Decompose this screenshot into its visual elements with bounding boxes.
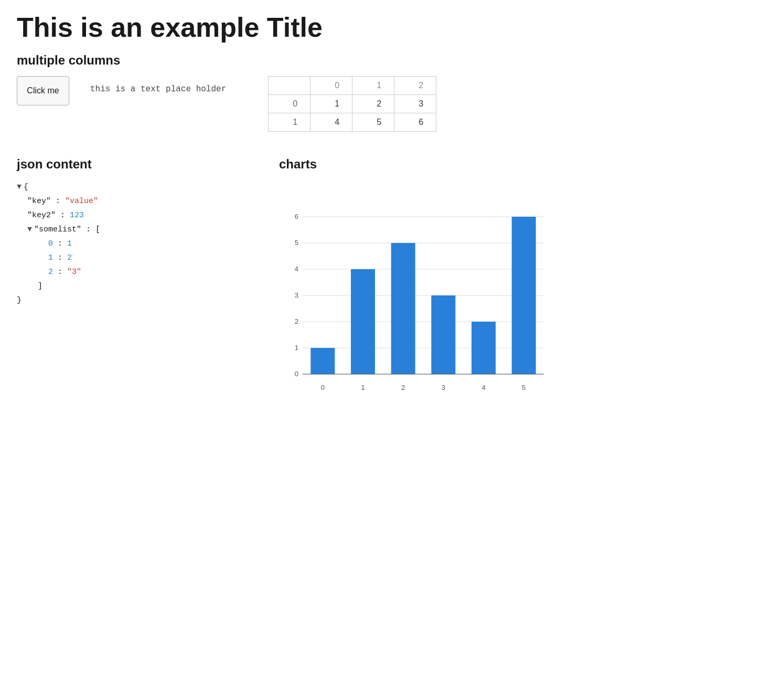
json-section-title: json content xyxy=(17,157,248,172)
svg-text:5: 5 xyxy=(522,384,526,391)
svg-rect-17 xyxy=(431,295,455,374)
svg-text:1: 1 xyxy=(295,344,298,352)
svg-text:2: 2 xyxy=(295,317,298,325)
json-toggle-somelist[interactable]: ▼ xyxy=(27,222,32,237)
svg-rect-19 xyxy=(512,217,536,374)
svg-text:2: 2 xyxy=(401,384,405,391)
data-table: 01201231456 xyxy=(268,76,436,132)
svg-text:4: 4 xyxy=(481,384,485,391)
svg-text:3: 3 xyxy=(295,291,298,299)
svg-text:6: 6 xyxy=(295,213,298,220)
svg-text:3: 3 xyxy=(442,384,445,391)
charts-section-title: charts xyxy=(279,157,754,172)
text-placeholder: this is a text place holder xyxy=(90,76,226,94)
columns-section-title: multiple columns xyxy=(17,53,754,68)
svg-rect-15 xyxy=(351,269,375,374)
click-me-button[interactable]: Click me xyxy=(17,76,69,105)
svg-text:5: 5 xyxy=(295,239,298,247)
page-title: This is an example Title xyxy=(17,13,754,43)
json-viewer: ▼ { "key" : "value" "key2" : 123 ▼ "some… xyxy=(17,180,248,307)
svg-text:4: 4 xyxy=(295,265,298,273)
svg-text:1: 1 xyxy=(361,384,365,391)
svg-text:0: 0 xyxy=(321,384,325,391)
bar-chart: 0123456012345 xyxy=(279,180,552,400)
svg-rect-14 xyxy=(310,348,335,374)
json-toggle-root[interactable]: ▼ xyxy=(17,180,22,194)
svg-text:0: 0 xyxy=(295,370,298,378)
svg-rect-16 xyxy=(391,243,415,374)
svg-rect-18 xyxy=(472,322,496,374)
